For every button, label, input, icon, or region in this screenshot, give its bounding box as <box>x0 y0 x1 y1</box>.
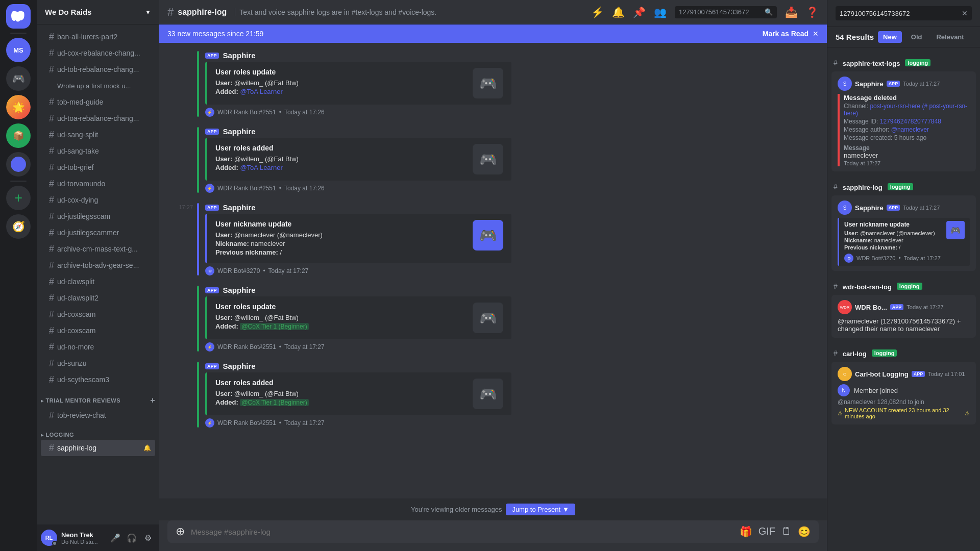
channel-name: ud-sang-take <box>57 147 99 155</box>
server-3[interactable]: 🌟 <box>6 95 31 119</box>
search-clear-icon[interactable]: ✕ <box>962 9 968 17</box>
result-avatar: S <box>838 77 852 91</box>
members-icon[interactable]: 👥 <box>654 6 667 18</box>
channel-item-ud-sang-take[interactable]: # ud-sang-take <box>41 143 155 159</box>
sticker-icon[interactable]: 🗒 <box>781 525 792 538</box>
search-input-container[interactable]: ✕ <box>836 6 972 20</box>
settings-button[interactable]: ⚙ <box>141 531 155 545</box>
threads-icon[interactable]: ⚡ <box>591 6 604 18</box>
message-group-4: APP Sapphire User roles update User: @wi… <box>167 286 819 352</box>
search-icon: 🔍 <box>765 8 773 16</box>
search-header: ✕ <box>827 0 980 27</box>
search-input[interactable] <box>840 10 960 17</box>
channel-item-ud-cox-dying[interactable]: # ud-cox-dying <box>41 192 155 208</box>
embed-row-added: Added: @CoX Tier 1 (Beginner) <box>215 322 464 330</box>
filter-relevant-button[interactable]: Relevant <box>931 31 969 43</box>
result-sender-name-4: Carl-bot Logging <box>855 370 909 378</box>
channel-item-ud-sunzu[interactable]: # ud-sunzu <box>41 355 155 371</box>
viewing-older-text: You're viewing older messages <box>411 506 502 513</box>
app-badge: APP <box>205 205 219 211</box>
help-icon[interactable]: ❓ <box>806 6 819 18</box>
server-header[interactable]: We Do Raids ▼ <box>37 0 159 24</box>
channel-item-ud-justilegs[interactable]: # ud-justilegsscam <box>41 208 155 224</box>
server-ms[interactable]: MS <box>6 38 31 62</box>
result-card-1: S Sapphire APP Today at 17:27 Message de… <box>831 71 976 171</box>
channel-item-tob-med[interactable]: # tob-med-guide <box>41 94 155 110</box>
result-channel-header-2: # sapphire-log logging <box>831 176 976 195</box>
channel-item-tob-review[interactable]: # tob-review-chat <box>41 407 155 423</box>
gift-icon[interactable]: 🎁 <box>740 525 752 538</box>
explore-button[interactable]: 🧭 <box>6 214 31 239</box>
hash-icon: # <box>834 183 838 191</box>
icon-rail: MS 🎮 🌟 📦 + 🧭 <box>0 0 37 551</box>
channel-name: ud-clawsplit2 <box>57 294 99 302</box>
result-sender-row-3: WDR WDR Bo... APP Today at 17:27 <box>838 300 970 314</box>
pin-icon[interactable]: 📌 <box>633 6 646 18</box>
channel-item-ban-all[interactable]: # ban-all-lurers-part2 <box>41 29 155 45</box>
channel-item-ud-no-more[interactable]: # ud-no-more <box>41 339 155 355</box>
embed-card-1: User roles update User: @willem_ (@Fat B… <box>205 62 511 105</box>
channel-item-ud-justilegs2[interactable]: # ud-justilegscammer <box>41 224 155 241</box>
mic-button[interactable]: 🎤 <box>108 531 122 545</box>
add-attachment-icon[interactable]: ⊕ <box>176 525 185 538</box>
server-4[interactable]: 📦 <box>6 123 31 148</box>
hash-icon: # <box>49 162 54 173</box>
discord-home-button[interactable] <box>6 4 31 29</box>
channel-name: ud-scythescam3 <box>57 375 109 384</box>
embed-row-added: Added: @ToA Learner <box>215 164 464 171</box>
channel-item-ud-coxscam2[interactable]: # ud-coxscam <box>41 322 155 339</box>
result-channel-header-3: # wdr-bot-rsn-log logging <box>831 275 976 295</box>
channel-item-sapphire-log[interactable]: # sapphire-log 🔔 <box>41 440 155 456</box>
channel-item-ud-tob-grief[interactable]: # ud-tob-grief <box>41 159 155 176</box>
headphone-button[interactable]: 🎧 <box>125 531 139 545</box>
jump-to-present-button[interactable]: Jump to Present ▼ <box>506 504 575 515</box>
bot-avatar: ⚡ <box>205 418 214 428</box>
result-channel-header-4: # carl-log logging <box>831 342 976 362</box>
embed-title: User nickname update <box>215 220 464 228</box>
member-row: N Member joined <box>838 384 970 396</box>
notifications-icon[interactable]: 🔔 <box>612 6 625 18</box>
hash-icon: # <box>49 309 54 320</box>
channel-item-archive-tob[interactable]: # archive-tob-adv-gear-se... <box>41 257 155 273</box>
result-channel-name-2: sapphire-log <box>841 180 885 193</box>
channel-name: ud-coxscam <box>57 327 95 335</box>
result-sender-row-2: S Sapphire APP Today at 17:27 <box>838 201 970 215</box>
channel-sidebar: We Do Raids ▼ # ban-all-lurers-part2 # u… <box>37 0 159 551</box>
channel-item-mock[interactable]: Wrote up a first mock u... <box>41 78 155 94</box>
category-logging[interactable]: ▸ LOGGING <box>37 423 159 440</box>
category-trial-mentor[interactable]: ▸ TRIAL MENTOR REVIEWS + <box>37 388 159 407</box>
filter-old-button[interactable]: Old <box>906 31 927 43</box>
channel-item-ud-torva[interactable]: # ud-torvamundo <box>41 176 155 192</box>
filter-new-button[interactable]: New <box>878 31 902 43</box>
message-id-link[interactable]: 127946247820777848 <box>880 118 941 125</box>
close-bar-icon[interactable]: ✕ <box>813 30 819 38</box>
inbox-icon[interactable]: 📥 <box>785 6 798 18</box>
emoji-icon[interactable]: 😊 <box>798 525 811 538</box>
channel-item-ud-scythe[interactable]: # ud-scythescam3 <box>41 371 155 388</box>
gif-icon[interactable]: GIF <box>758 525 775 538</box>
channel-item-ud-coxscam[interactable]: # ud-coxscam <box>41 306 155 322</box>
channel-header-tools: ⚡ 🔔 📌 👥 1279100756145733672 🔍 📥 ❓ <box>591 6 819 18</box>
channel-item-ud-toa[interactable]: # ud-toa-rebalance-chang... <box>41 110 155 127</box>
add-server-button[interactable]: + <box>6 186 31 210</box>
hash-icon: # <box>49 293 54 304</box>
chat-input-area: ⊕ 🎁 GIF 🗒 😊 <box>159 520 827 551</box>
search-box[interactable]: 1279100756145733672 🔍 <box>675 6 777 18</box>
channel-item-ud-sang-split[interactable]: # ud-sang-split <box>41 127 155 143</box>
channel-item-ud-tob[interactable]: # ud-tob-rebalance-chang... <box>41 61 155 78</box>
category-add-icon[interactable]: + <box>150 396 155 405</box>
result-body-3: @nameclever (1279100756145733672) + chan… <box>838 317 970 333</box>
message-input[interactable] <box>191 528 733 536</box>
server-2[interactable]: 🎮 <box>6 66 31 91</box>
server-5[interactable] <box>6 152 31 177</box>
result-avatar-4: C <box>838 367 852 381</box>
channel-item-ud-claw2[interactable]: # ud-clawsplit2 <box>41 290 155 306</box>
user-id-link[interactable]: 1279100756145733672 <box>883 317 952 325</box>
mark-read-button[interactable]: Mark as Read <box>763 30 808 38</box>
sender-row: APP Sapphire <box>205 51 819 60</box>
channel-item-ud-cox[interactable]: # ud-cox-rebalance-chang... <box>41 45 155 61</box>
channel-item-archive-cm[interactable]: # archive-cm-mass-text-g... <box>41 241 155 257</box>
deleted-title: Message deleted <box>844 94 970 102</box>
message-group-2: APP Sapphire User roles added User: @wil… <box>167 127 819 193</box>
channel-item-ud-claw[interactable]: # ud-clawsplit <box>41 273 155 290</box>
